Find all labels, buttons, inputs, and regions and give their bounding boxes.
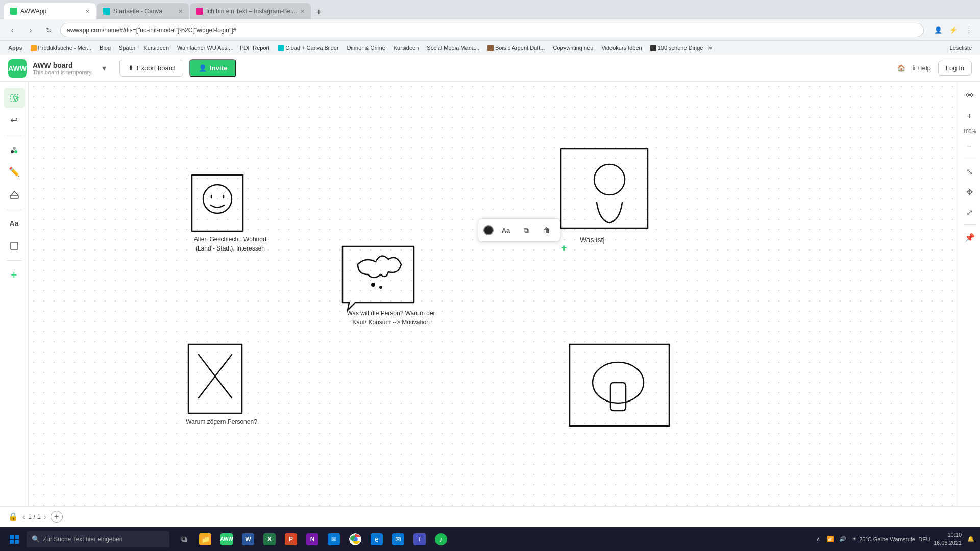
zoom-out-button[interactable]: − — [962, 138, 978, 155]
bm-item-3[interactable]: Später — [116, 44, 138, 52]
bm-label-2: Blog — [100, 45, 111, 51]
fit-screen-button[interactable]: ⤡ — [962, 163, 978, 180]
zoom-in-button[interactable]: + — [962, 108, 978, 124]
clock-date: 16.06.2021 — [934, 539, 962, 547]
bm-item-1[interactable]: Produktsuche - Mer... — [28, 44, 95, 52]
canvas-text-element[interactable]: Was ist| — [580, 235, 605, 245]
bm-item-12[interactable]: Copywriting neu — [550, 44, 597, 52]
forward-button[interactable]: › — [23, 23, 38, 37]
reload-button[interactable]: ↻ — [42, 23, 56, 37]
tray-sound[interactable]: 🔊 — [838, 534, 848, 544]
export-label: Export board — [137, 64, 175, 72]
bm-item-4[interactable]: Kursideen — [141, 44, 173, 52]
svg-point-11 — [594, 164, 625, 195]
ft-color-picker[interactable] — [483, 225, 494, 235]
profile-icon[interactable]: 👤 — [932, 24, 944, 36]
onenote-app[interactable]: N — [302, 529, 323, 549]
outlook-app[interactable]: ✉ — [324, 529, 344, 549]
ft-delete-button[interactable]: 🗑 — [538, 222, 555, 238]
canvas[interactable]: Alter, Geschlecht, Wohnort (Land - Stadt… — [29, 82, 959, 506]
bm-item-8[interactable]: Dinner & Crime — [344, 44, 388, 52]
teams-app[interactable]: T — [409, 529, 430, 549]
tab-close-instagram[interactable]: ✕ — [300, 8, 305, 15]
eye-icon-button[interactable]: 👁 — [962, 88, 978, 104]
bm-item-9[interactable]: Kursideen — [390, 44, 422, 52]
bm-item-2[interactable]: Blog — [96, 44, 114, 52]
tab-close-awwapp[interactable]: ✕ — [85, 8, 90, 15]
prev-page-button[interactable]: ‹ — [22, 513, 25, 521]
bm-label-7: Cload + Canva Bilder — [285, 45, 338, 51]
svg-point-6 — [203, 185, 232, 213]
login-button[interactable]: Log In — [938, 61, 972, 76]
bm-item-14[interactable]: 100 schöne Dinge — [647, 44, 706, 52]
tray-keyboard[interactable]: DEU — [919, 534, 929, 544]
home-button[interactable]: 🏠 — [897, 64, 905, 72]
tab-title-instagram: Ich bin ein Text – Instagram-Bei... — [206, 8, 297, 15]
extensions-icon[interactable]: ⚡ — [947, 24, 960, 36]
powerpoint-app[interactable]: P — [281, 529, 301, 549]
bm-item-7[interactable]: Cload + Canva Bilder — [275, 44, 341, 52]
tab-instagram[interactable]: Ich bin ein Text – Instagram-Bei... ✕ — [190, 3, 311, 19]
pin-button[interactable]: 📌 — [962, 229, 978, 245]
ft-copy-button[interactable]: ⧉ — [518, 222, 534, 238]
back-button[interactable]: ‹ — [5, 23, 19, 37]
tab-close-canva[interactable]: ✕ — [178, 8, 183, 15]
reading-list[interactable]: Leseliste — [947, 44, 975, 52]
taskbar-search[interactable]: 🔍 Zur Suche Text hier eingeben — [27, 531, 169, 547]
tool-pencil[interactable]: ✏️ — [4, 162, 24, 182]
add-page-button[interactable]: + — [51, 511, 63, 523]
browser-frame: AWWApp ✕ Startseite - Canva ✕ Ich bin ei… — [0, 0, 980, 551]
move-button[interactable]: ✥ — [962, 184, 978, 200]
board-dropdown-button[interactable]: ▾ — [99, 63, 109, 73]
bm-item-5[interactable]: Wahlfächer WU Aus... — [174, 44, 235, 52]
tab-awwapp[interactable]: AWWApp ✕ — [4, 3, 96, 19]
explorer-app[interactable]: 📁 — [195, 529, 215, 549]
mail-app[interactable]: ✉ — [388, 529, 408, 549]
bm-item-13[interactable]: Videokurs Ideen — [598, 44, 645, 52]
address-bar-row: ‹ › ↻ awwapp.com/home#/dis=["no-init-mod… — [0, 19, 980, 41]
next-page-button[interactable]: › — [44, 513, 46, 521]
bm-item-11[interactable]: Bois d'Argent Duft... — [484, 44, 548, 52]
awwapp-taskbar[interactable]: AWW — [216, 529, 237, 549]
svg-rect-19 — [15, 540, 19, 544]
notification-button[interactable]: 🔔 — [966, 534, 976, 544]
bm-item-6[interactable]: PDF Report — [237, 44, 273, 52]
weather-widget[interactable]: ☀ 25°C Gelbe Warnstufe — [852, 536, 915, 542]
excel-app[interactable]: X — [259, 529, 280, 549]
bm-item-10[interactable]: Social Media Mana... — [424, 44, 482, 52]
tool-undo[interactable]: ↩ — [4, 110, 24, 131]
tool-sticky[interactable] — [4, 236, 24, 256]
tool-text[interactable]: Aa — [4, 213, 24, 234]
chrome-app[interactable] — [345, 529, 365, 549]
word-app[interactable]: W — [238, 529, 258, 549]
address-box[interactable]: awwapp.com/home#/dis=["no-init-modal"]%2… — [60, 23, 924, 37]
spotify-app[interactable]: ♪ — [431, 529, 451, 549]
svg-point-3 — [13, 147, 16, 150]
settings-icon[interactable]: ⋮ — [963, 24, 975, 36]
new-tab-button[interactable]: + — [312, 5, 326, 19]
ft-text-button[interactable]: Aa — [498, 222, 514, 238]
taskbar-apps: ⧉ 📁 AWW W X P N ✉ — [174, 529, 451, 549]
fullscreen-button[interactable]: ⤢ — [962, 204, 978, 220]
export-board-button[interactable]: ⬇ Export board — [119, 60, 183, 77]
help-button[interactable]: ℹ Help — [913, 64, 931, 72]
tray-network[interactable]: 📶 — [825, 534, 836, 544]
tool-select[interactable] — [4, 88, 24, 108]
board-title-group: AWW board This board is temporary. — [33, 61, 93, 76]
svg-point-10 — [379, 286, 382, 289]
start-button[interactable] — [4, 529, 24, 549]
tray-up-arrow[interactable]: ∧ — [813, 534, 823, 544]
bm-apps[interactable]: Apps — [5, 44, 26, 52]
help-label: Help — [917, 64, 931, 72]
tool-add[interactable]: + — [4, 265, 24, 285]
lock-icon: 🔒 — [8, 512, 18, 521]
taskview-button[interactable]: ⧉ — [174, 529, 194, 549]
edge-app[interactable]: e — [366, 529, 387, 549]
tab-canva[interactable]: Startseite - Canva ✕ — [97, 3, 189, 19]
rp-divider-2 — [964, 224, 976, 225]
invite-button[interactable]: 👤 Invite — [189, 59, 236, 77]
tool-paint[interactable] — [4, 139, 24, 160]
bm-more[interactable]: » — [708, 44, 712, 52]
bm-label-11: Bois d'Argent Duft... — [495, 45, 545, 51]
tool-eraser[interactable] — [4, 184, 24, 205]
